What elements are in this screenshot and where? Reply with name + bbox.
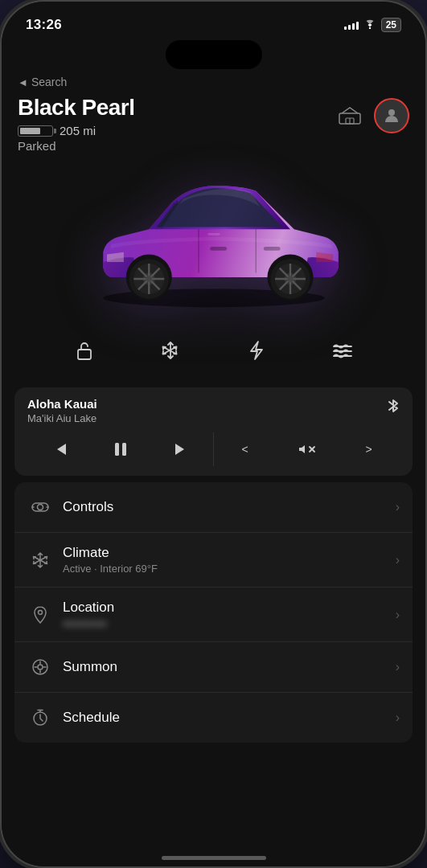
bluetooth-icon bbox=[387, 397, 400, 419]
garage-button[interactable] bbox=[335, 101, 364, 130]
climate-chevron-icon: › bbox=[396, 553, 400, 567]
climate-button[interactable] bbox=[150, 330, 191, 371]
svg-rect-29 bbox=[122, 443, 126, 456]
svg-point-33 bbox=[38, 505, 43, 510]
svg-point-34 bbox=[39, 610, 43, 614]
vol-up-button[interactable]: > bbox=[338, 432, 400, 466]
defrost-button[interactable] bbox=[322, 330, 363, 371]
menu-section: Controls › Climate Active · Interior 69°… bbox=[14, 482, 413, 743]
header: Black Pearl 205 mi Parked bbox=[2, 92, 425, 153]
quick-actions bbox=[2, 321, 425, 379]
svg-rect-7 bbox=[263, 247, 280, 251]
nav-back[interactable]: ◄ Search bbox=[2, 69, 425, 92]
battery-indicator: 25 bbox=[381, 18, 401, 32]
summon-icon bbox=[27, 654, 53, 680]
svg-rect-27 bbox=[78, 350, 91, 359]
svg-rect-6 bbox=[210, 247, 227, 251]
controls-icon bbox=[27, 494, 53, 520]
summon-label: Summon bbox=[63, 659, 389, 675]
menu-item-summon[interactable]: Summon › bbox=[14, 642, 413, 693]
menu-item-climate[interactable]: Climate Active · Interior 69°F › bbox=[14, 533, 413, 588]
home-indicator bbox=[162, 856, 266, 860]
car-image bbox=[2, 145, 425, 321]
music-card: Aloha Kauai Ma'iki Aiu Lake bbox=[14, 387, 413, 476]
playback-controls bbox=[27, 432, 214, 466]
svg-point-0 bbox=[368, 27, 370, 29]
schedule-text: Schedule bbox=[63, 710, 389, 726]
wifi-icon bbox=[363, 18, 376, 31]
status-bar: 13:26 25 bbox=[2, 2, 425, 37]
controls-chevron-icon: › bbox=[396, 500, 400, 514]
music-info: Aloha Kauai Ma'iki Aiu Lake bbox=[27, 397, 400, 424]
controls-text: Controls bbox=[63, 499, 389, 515]
status-icons: 25 bbox=[344, 18, 401, 32]
location-text: Location ●●●●●●● bbox=[63, 600, 389, 629]
menu-item-controls[interactable]: Controls › bbox=[14, 482, 413, 533]
menu-item-schedule[interactable]: Schedule › bbox=[14, 693, 413, 743]
schedule-icon bbox=[27, 705, 53, 731]
header-right bbox=[335, 98, 409, 133]
controls-label: Controls bbox=[63, 499, 389, 515]
volume-controls: < > bbox=[214, 432, 400, 466]
summon-chevron-icon: › bbox=[396, 660, 400, 674]
song-subtitle: Ma'iki Aiu Lake bbox=[27, 412, 97, 424]
location-label: Location bbox=[63, 600, 389, 616]
location-chevron-icon: › bbox=[396, 608, 400, 622]
climate-menu-icon bbox=[27, 547, 53, 573]
svg-point-4 bbox=[388, 109, 395, 116]
summon-text: Summon bbox=[63, 659, 389, 675]
battery-fill bbox=[20, 128, 40, 134]
battery-row: 205 mi bbox=[18, 124, 135, 137]
phone-inner: 13:26 25 bbox=[2, 2, 425, 866]
svg-point-17 bbox=[146, 276, 152, 282]
climate-text: Climate Active · Interior 69°F bbox=[63, 545, 389, 575]
phone-frame: 13:26 25 bbox=[0, 0, 427, 868]
music-controls: < > bbox=[27, 432, 400, 466]
play-pause-button[interactable] bbox=[89, 432, 151, 466]
svg-rect-26 bbox=[207, 233, 220, 235]
song-info: Aloha Kauai Ma'iki Aiu Lake bbox=[27, 397, 97, 424]
lock-button[interactable] bbox=[64, 330, 105, 371]
dynamic-island bbox=[166, 40, 262, 69]
status-time: 13:26 bbox=[26, 17, 62, 33]
battery-miles: 205 mi bbox=[60, 124, 96, 137]
battery-bar-icon bbox=[18, 125, 53, 137]
prev-track-button[interactable] bbox=[27, 432, 89, 466]
song-title: Aloha Kauai bbox=[27, 397, 97, 411]
profile-button[interactable] bbox=[374, 98, 409, 133]
svg-point-36 bbox=[38, 665, 43, 669]
svg-point-25 bbox=[287, 276, 294, 282]
svg-rect-28 bbox=[115, 443, 119, 456]
mute-button[interactable] bbox=[276, 432, 338, 466]
climate-sublabel: Active · Interior 69°F bbox=[63, 563, 389, 575]
schedule-label: Schedule bbox=[63, 710, 389, 726]
location-icon bbox=[27, 602, 53, 628]
signal-bars-icon bbox=[344, 20, 359, 30]
climate-label: Climate bbox=[63, 545, 389, 561]
location-sublabel: ●●●●●●● bbox=[63, 617, 389, 629]
vol-down-button[interactable]: < bbox=[214, 432, 276, 466]
back-chevron-icon: ◄ bbox=[18, 76, 28, 88]
back-label[interactable]: Search bbox=[31, 76, 67, 88]
car-svg bbox=[61, 149, 367, 317]
menu-item-location[interactable]: Location ●●●●●●● › bbox=[14, 588, 413, 642]
charge-button[interactable] bbox=[236, 330, 277, 371]
car-name: Black Pearl bbox=[18, 95, 135, 121]
schedule-chevron-icon: › bbox=[396, 710, 400, 725]
next-track-button[interactable] bbox=[151, 432, 213, 466]
